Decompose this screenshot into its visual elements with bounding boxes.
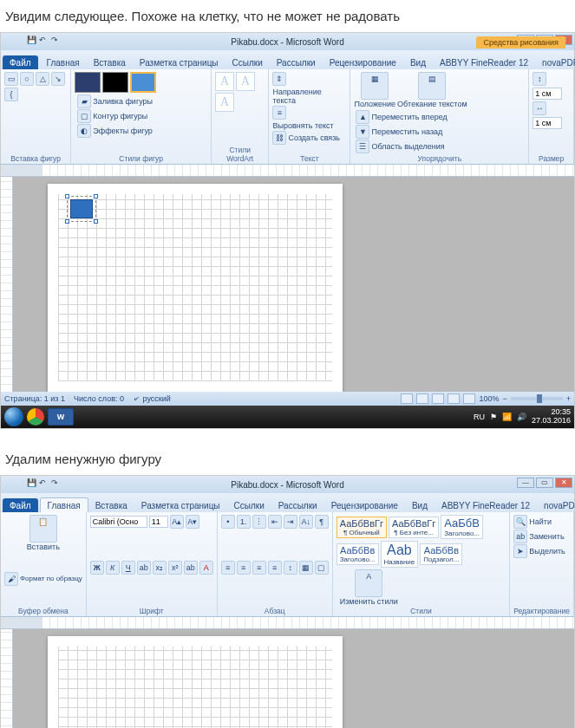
subscript-button[interactable]: x₂ [153,561,167,575]
sort-button[interactable]: A↓ [299,515,313,529]
vertical-ruler[interactable] [1,177,13,392]
replace-label[interactable]: Заменить [529,532,564,541]
format-painter-label[interactable]: Формат по образцу [20,575,82,582]
zoom-in-button[interactable]: + [566,394,571,403]
style-heading1[interactable]: АаБбВЗаголово... [441,515,483,539]
shape-outline-label[interactable]: Контур фигуры [93,112,147,120]
redo-icon[interactable]: ↷ [51,478,60,487]
style-heading2[interactable]: АаБбВвЗаголово... [337,543,379,565]
tab-insert[interactable]: Вставка [87,55,133,69]
tray-clock[interactable]: 20:35 27.03.2016 [532,408,571,426]
bring-forward-label[interactable]: Переместить вперед [371,113,447,121]
view-draft[interactable] [463,393,475,404]
tray-flag-icon[interactable]: ⚑ [490,413,497,421]
horizontal-ruler[interactable] [1,617,574,629]
resize-handle[interactable] [94,219,98,224]
resize-handle[interactable] [65,219,69,224]
minimize-button[interactable]: — [517,478,534,488]
selection-pane-icon[interactable]: ☰ [356,140,369,153]
align-center-button[interactable]: ≡ [237,561,251,575]
tab-layout[interactable]: Разметка страницы [133,55,225,69]
italic-button[interactable]: К [106,561,120,575]
horizontal-ruler[interactable] [1,165,574,177]
tab-view[interactable]: Вид [403,55,433,69]
save-icon[interactable]: 💾 [27,478,36,487]
shape-icon[interactable]: ▭ [4,72,18,86]
status-page[interactable]: Страница: 1 из 1 [4,394,65,403]
underline-button[interactable]: Ч [121,561,135,575]
increase-indent-button[interactable]: ⇥ [284,515,297,529]
maximize-button[interactable]: ▭ [536,478,553,488]
close-button[interactable]: ✕ [555,478,572,488]
send-backward-icon[interactable]: ▼ [356,125,369,139]
resize-handle[interactable] [65,194,69,198]
tab-novapdf[interactable]: novaPDF [535,55,575,69]
shape-height-input[interactable] [533,88,562,100]
view-print-layout[interactable] [401,393,413,404]
tab-review[interactable]: Рецензирование [324,498,405,512]
shape-icon[interactable]: △ [36,72,49,86]
superscript-button[interactable]: x² [168,561,182,575]
borders-button[interactable]: ▢ [315,561,329,575]
bold-button[interactable]: Ж [90,561,104,575]
view-reading[interactable] [416,393,428,404]
tab-home[interactable]: Главная [40,497,88,512]
tray-lang[interactable]: RU [474,413,485,421]
send-backward-label[interactable]: Переместить назад [371,127,442,136]
start-button[interactable] [4,407,23,426]
replace-icon[interactable]: ab [513,530,527,543]
style-swatch-selected[interactable] [130,72,156,93]
status-language[interactable]: 🗸 русский [133,394,171,403]
numbering-button[interactable]: 1. [237,515,251,529]
taskbar-word-icon[interactable]: W [48,408,74,426]
tab-mailings[interactable]: Рассылки [270,55,323,69]
effects-icon[interactable]: ◐ [77,124,91,138]
tab-file[interactable]: Файл [3,55,38,69]
text-direction-label[interactable]: Направление текста [272,88,346,105]
multilevel-button[interactable]: ⋮ [252,515,266,529]
tab-abbyy-fr[interactable]: ABBYY FineReader 12 [433,55,535,69]
tab-novapdf[interactable]: novaPDF [537,498,575,512]
tab-insert[interactable]: Вставка [88,498,134,512]
fill-icon[interactable]: ▰ [77,94,91,108]
link-icon[interactable]: ⛓ [272,131,286,145]
line-spacing-button[interactable]: ↕ [284,561,297,575]
status-wordcount[interactable]: Число слов: 0 [74,394,124,403]
zoom-slider[interactable] [511,397,563,400]
font-size-dropdown[interactable] [149,516,168,528]
shape-effects-label[interactable]: Эффекты фигур [93,127,153,135]
wordart-style[interactable]: A [215,93,234,112]
decrease-indent-button[interactable]: ⇤ [268,515,282,529]
undo-icon[interactable]: ↶ [39,36,48,44]
wordart-style[interactable]: A [236,72,255,91]
tab-abbyy-fr[interactable]: ABBYY FineReader 12 [435,498,537,512]
style-subtitle[interactable]: АаБбВвПодзагол... [420,543,462,565]
style-nospacing[interactable]: АаБбВвГг¶ Без инте... [389,517,439,538]
tray-volume-icon[interactable]: 🔊 [517,413,526,421]
zoom-value[interactable]: 100% [479,394,499,403]
tab-home[interactable]: Главная [40,55,87,69]
font-name-dropdown[interactable] [90,516,147,528]
tab-references[interactable]: Ссылки [225,55,270,69]
style-swatch[interactable] [75,72,101,93]
position-button[interactable]: ▦ [361,72,389,100]
resize-handle[interactable] [94,194,98,198]
bring-forward-icon[interactable]: ▲ [356,110,369,124]
selection-pane-label[interactable]: Область выделения [371,142,444,151]
select-label[interactable]: Выделить [529,547,565,556]
undo-icon[interactable]: ↶ [39,478,48,487]
view-web[interactable] [432,393,444,404]
document-canvas[interactable] [13,177,574,392]
show-marks-button[interactable]: ¶ [315,515,329,529]
create-link-label[interactable]: Создать связь [288,133,340,142]
selected-shape-rectangle[interactable] [70,199,93,218]
tab-references[interactable]: Ссылки [227,498,271,512]
shading-button[interactable]: ▦ [299,561,313,575]
view-outline[interactable] [448,393,460,404]
align-text-icon[interactable]: ≡ [272,106,286,120]
style-normal[interactable]: АаБбВвГг¶ Обычный [337,517,387,538]
style-title[interactable]: АаbНазвание [381,541,419,568]
format-painter-icon[interactable]: 🖌 [4,572,18,586]
wordart-style[interactable]: A [215,72,234,91]
save-icon[interactable]: 💾 [27,36,36,44]
